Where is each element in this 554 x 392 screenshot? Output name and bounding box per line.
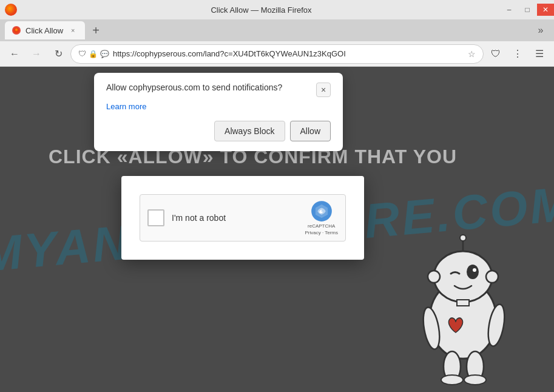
recaptcha-privacy-link[interactable]: Privacy bbox=[305, 230, 320, 235]
recaptcha-branding: reCAPTCHA Privacy · Terms bbox=[305, 200, 338, 235]
maximize-button[interactable]: □ bbox=[519, 4, 536, 16]
shield-icon: 🛡 bbox=[78, 49, 86, 58]
robot-illustration bbox=[396, 198, 518, 392]
menu-button[interactable]: ☰ bbox=[530, 44, 549, 64]
back-button[interactable]: ← bbox=[5, 44, 24, 64]
recaptcha-logo-icon bbox=[311, 200, 333, 222]
url-text: https://cophypserous.com/land?c=XU4DtT6k… bbox=[113, 49, 464, 58]
firefox-icon bbox=[5, 4, 17, 16]
extensions-button[interactable]: ⋮ bbox=[508, 44, 527, 64]
bookmark-star-icon[interactable]: ☆ bbox=[468, 49, 476, 59]
recaptcha-label: I'm not a robot bbox=[172, 213, 297, 223]
minimize-button[interactable]: – bbox=[501, 4, 518, 16]
tab-close-button[interactable]: × bbox=[68, 25, 78, 35]
svg-point-14 bbox=[464, 375, 486, 385]
notification-permission-icon: 💬 bbox=[100, 50, 109, 58]
page-content: MYANTISPYWARE.COM CLICK «ALLOW» TO CONFI… bbox=[0, 67, 554, 392]
recaptcha-widget[interactable]: I'm not a robot reCAPTCHA Privacy · Term… bbox=[140, 194, 346, 242]
notification-buttons: Always Block Allow bbox=[106, 121, 331, 141]
forward-button[interactable]: → bbox=[27, 44, 46, 64]
allow-button[interactable]: Allow bbox=[290, 121, 331, 141]
learn-more-link[interactable]: Learn more bbox=[106, 102, 331, 111]
tab-label: Click Allow bbox=[25, 26, 63, 35]
recaptcha-checkbox[interactable] bbox=[147, 209, 164, 226]
recaptcha-modal: I'm not a robot reCAPTCHA Privacy · Term… bbox=[121, 176, 364, 260]
tab-favicon bbox=[12, 26, 21, 35]
refresh-button[interactable]: ↻ bbox=[49, 44, 68, 64]
svg-point-13 bbox=[441, 375, 463, 385]
notification-close-button[interactable]: × bbox=[316, 83, 331, 97]
nav-extra-buttons: 🛡 ⋮ ☰ bbox=[486, 44, 549, 64]
tab-menu-button[interactable]: » bbox=[532, 22, 549, 39]
window-controls: – □ ✕ bbox=[501, 4, 554, 16]
svg-point-3 bbox=[434, 251, 492, 302]
always-block-button[interactable]: Always Block bbox=[214, 121, 285, 141]
address-bar-icons: 🛡 🔒 💬 bbox=[78, 49, 109, 58]
svg-point-4 bbox=[428, 271, 440, 283]
svg-rect-8 bbox=[457, 300, 469, 306]
recaptcha-brand-text: reCAPTCHA bbox=[308, 223, 335, 229]
address-bar[interactable]: 🛡 🔒 💬 https://cophypserous.com/land?c=XU… bbox=[70, 44, 484, 64]
svg-point-6 bbox=[467, 265, 479, 279]
close-button[interactable]: ✕ bbox=[537, 4, 554, 16]
svg-point-7 bbox=[473, 268, 476, 272]
svg-point-16 bbox=[460, 235, 466, 241]
notification-header: Allow cophypserous.com to send notificat… bbox=[106, 83, 331, 97]
notification-question-text: Allow cophypserous.com to send notificat… bbox=[106, 83, 316, 92]
firefox-shield-button[interactable]: 🛡 bbox=[486, 44, 505, 64]
title-bar: Click Allow — Mozilla Firefox – □ ✕ bbox=[0, 0, 554, 19]
tab-bar: Click Allow × + » bbox=[0, 19, 554, 41]
navigation-bar: ← → ↻ 🛡 🔒 💬 https://cophypserous.com/lan… bbox=[0, 41, 554, 67]
recaptcha-terms-link[interactable]: Terms bbox=[325, 230, 338, 235]
active-tab[interactable]: Click Allow × bbox=[5, 21, 85, 39]
lock-icon: 🔒 bbox=[89, 50, 98, 58]
new-tab-button[interactable]: + bbox=[87, 22, 104, 39]
recaptcha-links: Privacy · Terms bbox=[305, 230, 338, 235]
window-title: Click Allow — Mozilla Firefox bbox=[22, 5, 501, 15]
svg-point-1 bbox=[15, 29, 18, 31]
notification-popup: Allow cophypserous.com to send notificat… bbox=[94, 73, 343, 151]
svg-point-5 bbox=[486, 271, 498, 283]
